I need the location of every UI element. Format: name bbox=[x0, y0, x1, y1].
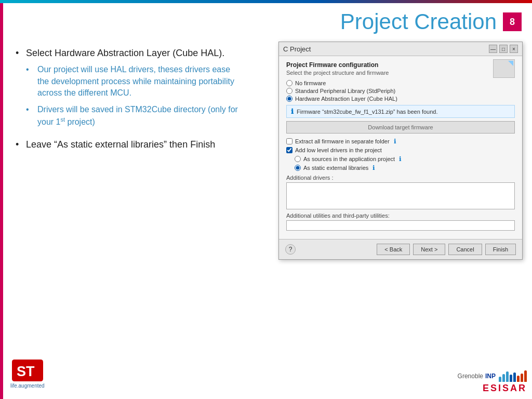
title-area: Project Creation 8 bbox=[340, 9, 522, 34]
slide-number: 8 bbox=[503, 12, 522, 31]
firmware-info-text: Firmware “stm32cube_fw_f1_v131.zip” has … bbox=[297, 109, 437, 115]
additional-utilities-label: Additional utilities and third-party uti… bbox=[286, 212, 515, 219]
additional-drivers-label: Additional drivers : bbox=[286, 175, 515, 181]
radio-stdperiph-label: Standard Peripheral Library (StdPeriph) bbox=[295, 88, 395, 94]
static-libs-info-icon: ℹ bbox=[373, 164, 375, 171]
esisar-text: ESISAR bbox=[483, 383, 527, 393]
additional-utilities-input[interactable] bbox=[286, 220, 515, 231]
close-button[interactable]: × bbox=[510, 45, 518, 53]
radio-hal: Hardware Abstraction Layer (Cube HAL) bbox=[286, 96, 515, 102]
next-button[interactable]: Next > bbox=[413, 244, 445, 255]
minimize-button[interactable]: — bbox=[489, 45, 497, 53]
extract-label: Extract all firmware in separate folder bbox=[295, 138, 390, 144]
add-low-level-label: Add low level drivers in the project bbox=[295, 147, 382, 153]
dialog-footer: ? < Back Next > Cancel Finish bbox=[279, 239, 522, 259]
extract-info-icon: ℹ bbox=[394, 138, 396, 145]
footer-buttons: < Back Next > Cancel Finish bbox=[377, 244, 516, 255]
radio-hal-label: Hardware Abstraction Layer (Cube HAL) bbox=[295, 96, 397, 102]
additional-drivers-textarea[interactable] bbox=[286, 182, 515, 209]
dialog-controls: — □ × bbox=[489, 45, 518, 53]
help-button[interactable]: ? bbox=[285, 244, 296, 255]
section-sublabel: Select the project structure and firmwar… bbox=[286, 70, 389, 76]
dialog-title: C Project bbox=[283, 45, 311, 53]
firmware-icon bbox=[493, 59, 515, 78]
st-logo-area: ST life.augmented bbox=[10, 359, 45, 389]
info-icon: ℹ bbox=[291, 108, 294, 115]
logo-tagline: life.augmented bbox=[10, 383, 45, 389]
dialog-body: Project Firmware configuration Select th… bbox=[279, 56, 522, 239]
radio-no-firmware: No firmware bbox=[286, 80, 515, 86]
download-firmware-button[interactable]: Download target firmware bbox=[286, 121, 515, 134]
finish-button[interactable]: Finish bbox=[485, 244, 516, 255]
grenoble-logo-area: Grenoble INP ESISAR bbox=[458, 370, 527, 394]
back-button[interactable]: < Back bbox=[377, 244, 410, 255]
extract-checkbox[interactable] bbox=[286, 138, 292, 144]
c-project-dialog: C Project — □ × Project Firmware configu… bbox=[278, 42, 523, 260]
slide-title: Project Creation bbox=[340, 9, 497, 34]
inp-text: INP bbox=[485, 373, 496, 380]
extract-checkbox-row: Extract all firmware in separate folder … bbox=[286, 138, 515, 145]
top-accent-bar bbox=[0, 0, 532, 3]
add-low-level-checkbox[interactable] bbox=[286, 147, 292, 153]
sub-bullet-2: Drivers will be saved in STM32Cube direc… bbox=[26, 104, 239, 128]
slide: Project Creation 8 Select Hardware Abstr… bbox=[0, 0, 532, 399]
footer-left: ? bbox=[285, 244, 296, 255]
radio-sources-label: As sources in the application project bbox=[303, 156, 395, 162]
firmware-radio-group: No firmware Standard Peripheral Library … bbox=[286, 80, 515, 102]
radio-sources: As sources in the application project ℹ bbox=[295, 155, 515, 163]
sub-bullet-1: Our project will use HAL drivers, theses… bbox=[26, 64, 239, 99]
cancel-button[interactable]: Cancel bbox=[448, 244, 482, 255]
left-content: Select Hardware Abstraction Layer (Cube … bbox=[16, 47, 239, 347]
sources-info-icon: ℹ bbox=[399, 155, 402, 163]
radio-stdperiph: Standard Peripheral Library (StdPeriph) bbox=[286, 88, 515, 94]
svg-text:ST: ST bbox=[17, 364, 35, 379]
grenoble-text: Grenoble bbox=[458, 373, 483, 380]
dialog-titlebar: C Project — □ × bbox=[279, 42, 522, 56]
section-label: Project Firmware configuration bbox=[286, 61, 389, 69]
driver-radio-group: As sources in the application project ℹ … bbox=[295, 155, 515, 171]
radio-static-libs: As static external libraries ℹ bbox=[295, 164, 515, 171]
st-logo-svg: ST bbox=[12, 359, 43, 382]
radio-static-libs-label: As static external libraries bbox=[303, 165, 368, 171]
add-low-level-checkbox-row: Add low level drivers in the project bbox=[286, 147, 515, 153]
maximize-button[interactable]: □ bbox=[499, 45, 508, 53]
firmware-info-box: ℹ Firmware “stm32cube_fw_f1_v131.zip” ha… bbox=[286, 105, 515, 118]
bullet-item-1: Select Hardware Abstraction Layer (Cube … bbox=[16, 47, 239, 128]
radio-no-firmware-label: No firmware bbox=[295, 80, 326, 86]
left-accent-bar bbox=[0, 3, 3, 399]
bullet-item-2: Leave “As static external libraries” the… bbox=[16, 138, 239, 151]
